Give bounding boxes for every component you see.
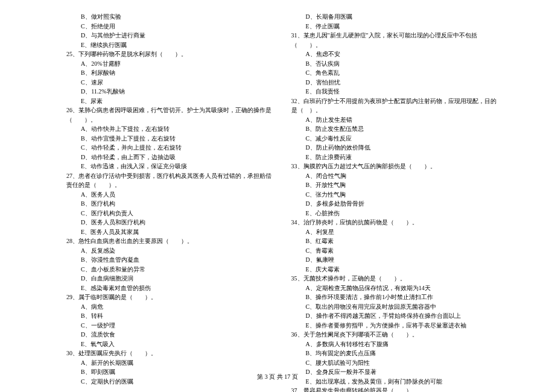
question-line: 28、急性白血病患者出血的主要原因（ ）。 (66, 236, 273, 246)
question-line: 36、关于急性阑尾炎下列哪项不正确（ ）。 (291, 330, 498, 340)
option-line: D、医务人员和医疗机构 (66, 218, 273, 227)
option-line: D、白血病细胞浸润 (66, 274, 273, 283)
option-line: E、动作迅速，由浅入深，保证充分吸痰 (66, 162, 273, 171)
option-line: A、新开的长期医嘱 (66, 358, 273, 368)
question-line: 37、最容易发生骨肉瘤转移的脏器是（ ）。 (291, 386, 498, 392)
option-line: E、防止浪费药液 (291, 153, 498, 162)
option-line: A、动作快并上下提拉，左右旋转 (66, 124, 273, 134)
option-line: E、自我责怪 (291, 87, 498, 96)
option-line: C、拒绝使用 (66, 22, 273, 31)
option-line: B、均有固定的麦氏点压痛 (291, 349, 498, 358)
option-line: E、医务人员及其家属 (66, 227, 273, 237)
option-line: A、闭合性气胸 (291, 171, 498, 181)
option-line: A、定期检查无菌物品保存情况，有效期为14天 (291, 283, 498, 293)
option-line: D、多根多处肋骨骨折 (291, 199, 498, 209)
option-line: D、长期备用医嘱 (291, 12, 498, 22)
option-line: B、动作宜慢并上下提拉，左右旋转 (66, 134, 273, 144)
option-line: A、医务人员 (66, 190, 273, 200)
option-line: B、做对照实验 (66, 12, 273, 22)
option-line: B、否认疾病 (291, 59, 498, 69)
option-line: A、病危 (66, 302, 273, 312)
question-line: 30、处理医嘱应先执行（ ）。 (66, 349, 273, 358)
option-line: E、继续执行医嘱 (66, 40, 273, 50)
option-line: B、操作环境要清洁，操作前1小时禁止清扫工作 (291, 292, 498, 302)
option-line: B、利尿酸钠 (66, 68, 273, 78)
question-line: 25、下列哪种药物不是脱水利尿剂（ ）。 (66, 49, 273, 59)
option-line: C、腰大肌试验可为阳性 (291, 358, 498, 368)
option-line: C、减少毒性反应 (291, 134, 498, 144)
option-line: C、血小板质和量的异常 (66, 265, 273, 274)
question-line: 33、胸膜腔内压力超过大气压的胸部损伤是（ ）。 (291, 162, 498, 171)
option-line: B、转科 (66, 311, 273, 321)
option-line: E、感染毒素对血管的损伤 (66, 283, 273, 293)
option-line: A、多数病人有转移性右下腹痛 (291, 340, 498, 349)
option-line: B、防止发生配伍禁忌 (291, 124, 498, 134)
option-line: B、红霉素 (291, 236, 498, 246)
left-column: B、做对照实验C、拒绝使用D、与其他护士进行商量E、继续执行医嘱25、下列哪种药… (66, 12, 273, 392)
option-line: C、取出的用物没有用完应及时放回原无菌容器中 (291, 302, 498, 312)
option-line: C、角色紊乱 (291, 68, 498, 78)
option-line: D、流质饮食 (66, 330, 273, 340)
option-line: C、张力性气胸 (291, 190, 498, 200)
option-line: E、庆大霉素 (291, 265, 498, 274)
option-line: C、一级护理 (66, 321, 273, 330)
option-line: E、尿素 (66, 96, 273, 106)
option-line: B、医疗机构 (66, 199, 273, 209)
option-line: E、停止医嘱 (291, 22, 498, 31)
option-line: B、弥漫性血管内凝血 (66, 255, 273, 265)
option-line: D、氟康唑 (291, 255, 498, 265)
question-line: 31、某患儿因"新生儿硬肿症"入院，家长可能出现的心理反应中不包括（ ）。 (291, 31, 498, 49)
right-column: D、长期备用医嘱E、停止医嘱31、某患儿因"新生儿硬肿症"入院，家长可能出现的心… (291, 12, 498, 392)
option-line: D、操作者不得跨越无菌区，手臂始终保持在操作台面以上 (291, 311, 498, 321)
option-line: E、心脏挫伤 (291, 209, 498, 218)
option-line: D、11.2%乳酸钠 (66, 87, 273, 96)
question-line: 27、患者在诊疗活动中受到损害，医疗机构及其医务人员有过错的，承担赔偿责任的是（… (66, 171, 273, 190)
option-line: D、与其他护士进行商量 (66, 31, 273, 40)
option-line: C、医疗机构负责人 (66, 209, 273, 218)
option-line: D、动作轻柔，由上而下，边抽边吸 (66, 153, 273, 162)
option-line: E、操作者要修剪指甲，为方便操作，应将手表尽量塞进衣袖 (291, 321, 498, 330)
page-footer: 第 3 页 共 17 页 (0, 373, 555, 381)
option-line: B、开放性气胸 (291, 180, 498, 190)
option-line: A、防止发生差错 (291, 115, 498, 125)
question-line: 32、白班药疗护士不用提前为夜班护士配置肌内注射药物，应现用现配，目的是（ ）。 (291, 96, 498, 115)
option-line: D、害怕担忧 (291, 78, 498, 87)
question-line: 35、无菌技术操作时，正确的是（ ）。 (291, 274, 498, 283)
question-line: 26、某肺心病患者因呼吸困难，行气管切开。护士为其吸痰时，正确的操作是（ ）。 (66, 106, 273, 124)
option-line: A、反复感染 (66, 246, 273, 256)
question-line: 34、治疗肺炎时，应慎的抗菌药物是（ ）。 (291, 218, 498, 227)
option-line: C、速尿 (66, 78, 273, 87)
option-line: C、动作轻柔，并向上提拉，左右旋转 (66, 143, 273, 153)
option-line: C、青霉素 (291, 246, 498, 256)
option-line: E、氧气吸入 (66, 340, 273, 349)
option-line: A、20%甘露醇 (66, 59, 273, 69)
option-line: D、防止药物的效价降低 (291, 143, 498, 153)
question-line: 29、属于临时医嘱的是（ ）。 (66, 292, 273, 302)
option-line: A、焦虑不安 (291, 49, 498, 59)
option-line: A、利复星 (291, 227, 498, 237)
